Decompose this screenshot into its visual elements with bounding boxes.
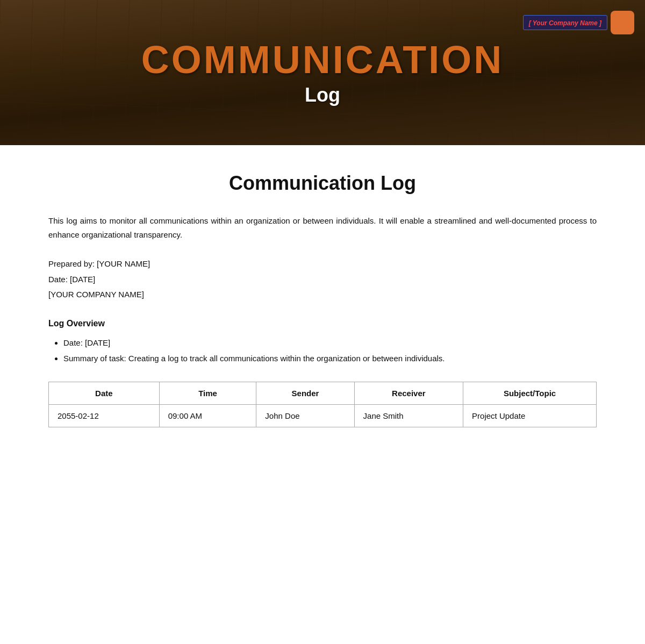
- table-column-header: Receiver: [354, 382, 463, 404]
- hero-title-main: COMMUNICATION: [141, 39, 504, 81]
- prepared-by-value: [YOUR NAME]: [97, 259, 150, 268]
- table-body: 2055-02-1209:00 AMJohn DoeJane SmithProj…: [49, 404, 597, 427]
- communication-table: DateTimeSenderReceiverSubject/Topic 2055…: [48, 382, 597, 427]
- table-cell: Jane Smith: [354, 404, 463, 427]
- document-intro: This log aims to monitor all communicati…: [48, 214, 597, 241]
- date-value: [DATE]: [70, 275, 95, 284]
- table-column-header: Time: [159, 382, 256, 404]
- table-column-header: Date: [49, 382, 160, 404]
- overview-list-item: Summary of task: Creating a log to track…: [63, 352, 597, 366]
- table-column-header: Subject/Topic: [463, 382, 597, 404]
- table-column-header: Sender: [256, 382, 354, 404]
- hero-title-sub: Log: [141, 84, 504, 106]
- company-name-text: [ Your Company Name ]: [529, 19, 601, 27]
- document-title: Communication Log: [48, 172, 597, 195]
- overview-list: Date: [DATE]Summary of task: Creating a …: [48, 336, 597, 366]
- overview-list-item: Date: [DATE]: [63, 336, 597, 350]
- table-cell: John Doe: [256, 404, 354, 427]
- hero-banner: [ Your Company Name ] COMMUNICATION Log: [0, 0, 645, 145]
- table-cell: Project Update: [463, 404, 597, 427]
- company-logo-icon: [611, 11, 634, 34]
- date-line: Date: [DATE]: [48, 272, 597, 288]
- table-header-row: DateTimeSenderReceiverSubject/Topic: [49, 382, 597, 404]
- document-meta: Prepared by: [YOUR NAME] Date: [DATE] [Y…: [48, 256, 597, 303]
- table-row: 2055-02-1209:00 AMJohn DoeJane SmithProj…: [49, 404, 597, 427]
- table-header: DateTimeSenderReceiverSubject/Topic: [49, 382, 597, 404]
- company-badge: [ Your Company Name ]: [523, 11, 634, 34]
- log-overview-heading: Log Overview: [48, 319, 597, 328]
- main-content: Communication Log This log aims to monit…: [0, 145, 645, 449]
- table-cell: 09:00 AM: [159, 404, 256, 427]
- company-placeholder: [YOUR COMPANY NAME]: [48, 287, 597, 303]
- prepared-by: Prepared by: [YOUR NAME]: [48, 256, 597, 272]
- hero-content: COMMUNICATION Log: [141, 39, 504, 106]
- company-name-box: [ Your Company Name ]: [523, 15, 607, 30]
- table-cell: 2055-02-12: [49, 404, 160, 427]
- prepared-by-label: Prepared by:: [48, 259, 95, 268]
- date-label: Date:: [48, 275, 68, 284]
